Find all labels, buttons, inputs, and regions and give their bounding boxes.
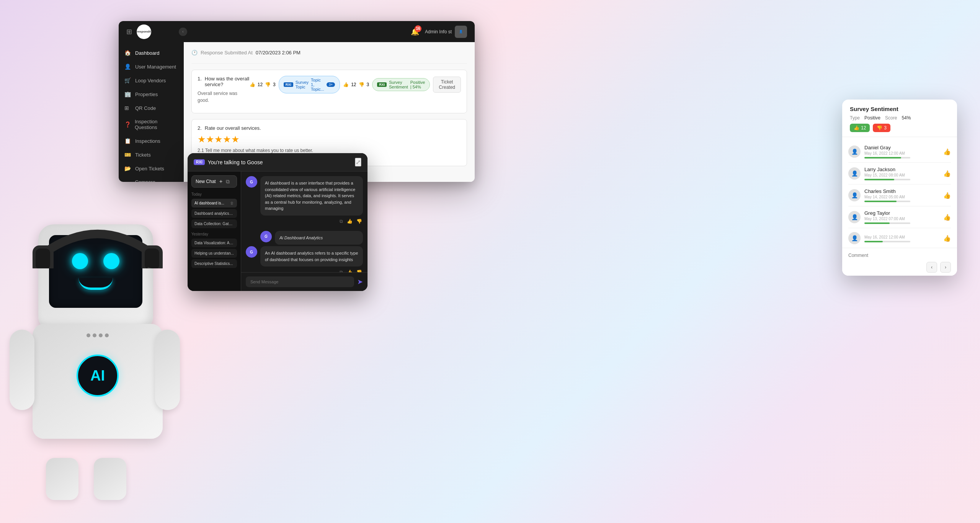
copy-button-1[interactable]: ⧉ [339,218,344,225]
header-actions: 🔔 16 Admin Info st 👤 [411,26,467,38]
question-2-number: 2. [198,125,202,131]
robot-dots [87,333,109,337]
header-bar: ⊞ respondX ‹ 🔔 16 Admin Info st 👤 [119,21,475,42]
message-1: G AI dashboard is a user interface that … [246,176,363,225]
chat-history-item-5[interactable]: Descriptive Statistics... [191,259,237,268]
star-rating: ★★★★★ [198,134,461,145]
message-3-actions: ⧉ 👍 👎 [260,269,363,272]
open-tickets-icon: 📂 [124,165,131,172]
question-1-header: 1. How was the overall service? Overall … [198,76,461,103]
new-chat-button[interactable]: New Chat ＋ ⧉ [191,175,237,188]
robot-arm-left [10,330,34,410]
sidebar-item-user-management[interactable]: 👤 User Management [119,60,184,74]
robot-character: AI [8,201,191,500]
person-bar-fill-2 [864,201,897,202]
collapse-sidebar-button[interactable]: ‹ [179,28,187,36]
robot-arm-right [155,330,180,410]
topic-count: 3+ [327,82,335,87]
sidebar-item-loop-vendors[interactable]: 🛒 Loop Vendors [119,74,184,87]
dashboard-icon: 🏠 [124,50,131,56]
copy-button-3[interactable]: ⧉ [339,269,344,272]
thumb-badge-down: 👎 3 [873,124,890,132]
person-bar-fill-0 [864,157,901,159]
score-label: Score [885,115,897,121]
sentiment-person-1: 👤 Larry Jackson May 15, 2022 08:00 AM 👍 [848,163,951,185]
thumbdown-button-1[interactable]: 👎 [356,218,363,225]
sidebar-item-qr-code[interactable]: ⊞ QR Code [119,101,184,115]
survey-topic-tag[interactable]: RXI Survey Topic Topic 1, Topic... 3+ [279,76,340,93]
chat-history-item-4[interactable]: Helping us understan... [191,249,237,258]
send-button[interactable]: ➤ [357,278,363,286]
sidebar-item-compare-templates[interactable]: 📄 Compare Templates [119,175,184,182]
thumbdown-button-3[interactable]: 👎 [356,269,363,272]
sidebar-item-dashboard[interactable]: 🏠 Dashboard [119,46,184,60]
person-thumb-1: 👍 [943,170,951,177]
sentiment-title: Survey Sentiment [850,106,949,112]
person-bar-4 [864,241,910,242]
person-avatar-4: 👤 [848,232,861,244]
inspections-icon: 📋 [124,138,131,144]
sidebar-item-properties[interactable]: 🏢 Properties [119,87,184,101]
sidebar-item-inspections[interactable]: 📋 Inspections [119,134,184,148]
robot-torso: AI [33,324,163,439]
nav-next-button[interactable]: › [940,262,951,273]
question-2-1: 2.1 Tell me more about what makes you to… [198,148,461,153]
person-avatar-2: 👤 [848,189,861,201]
person-bar-fill-3 [864,222,890,224]
chat-sidebar: New Chat ＋ ⧉ Today AI dashboard is... 🗑 … [188,172,241,291]
thumb-badges: 👍 12 👎 3 [850,124,949,132]
topic-label: Survey Topic [296,80,309,89]
person-thumb-3: 👍 [943,214,951,221]
survey-sentiment-tag[interactable]: RXI Survey Sentiment Positive | 54% [372,78,430,91]
person-info-3: Greg Taylor May 13, 2022 07:00 AM [864,210,939,224]
qr-code-icon: ⊞ [124,105,131,111]
thumb-badge-up: 👍 12 [850,124,870,132]
admin-info: Admin Info st 👤 [425,26,467,38]
thumbdown-icon: 👎 [877,125,882,131]
sentiment-person-3: 👤 Greg Taylor May 13, 2022 07:00 AM 👍 [848,206,951,228]
sidebar-item-inspection-questions[interactable]: ❓ Inspection Questions [119,115,184,134]
today-label: Today [191,192,237,196]
chat-message-input[interactable] [246,276,354,287]
nav-prev-button[interactable]: ‹ [926,262,937,273]
nav-arrows: ‹ › [848,262,951,273]
message-bubble-1: AI dashboard is a user interface that pr… [260,176,363,216]
type-label: Type [850,115,860,121]
tickets-icon: 🎫 [124,152,131,158]
sentiment-header: Survey Sentiment Type Positive Score 54%… [842,100,957,137]
sentiment-thumb-votes: 👍 12 👎 3 [343,82,369,87]
chat-expand-button[interactable]: ⤢ [355,158,361,167]
divider [191,63,467,64]
person-bar-fill-4 [864,241,883,242]
chat-history-item-0[interactable]: AI dashboard is... 🗑 [191,199,237,208]
message-group-3: G An AI dashboard analytics refers to a … [246,246,363,272]
sentiment-person-2: 👤 Charles Smith May 14, 2022 05:00 AM 👍 [848,185,951,206]
chat-history-item-1[interactable]: Dashboard analytics i... [191,209,237,218]
person-thumb-0: 👍 [943,148,951,155]
sidebar-item-tickets[interactable]: 🎫 Tickets [119,148,184,162]
message-1-actions: ⧉ 👍 👎 [260,218,363,225]
person-avatar-1: 👤 [848,167,861,180]
person-bar-1 [864,179,910,180]
person-bar-fill-1 [864,179,894,180]
person-thumb-2: 👍 [943,192,951,199]
chat-main: G AI dashboard is a user interface that … [241,172,368,291]
sentiment-person-4: 👤 May 16, 2022 12:00 AM 👍 [848,228,951,248]
loop-vendors-icon: 🛒 [124,77,131,83]
chat-header: RXI You're talking to Goose ⤢ [188,153,368,172]
ticket-created-button[interactable]: Ticket Created [433,77,461,93]
chat-history-item-3[interactable]: Data Visualization: Aft... [191,239,237,247]
chat-body: New Chat ＋ ⧉ Today AI dashboard is... 🗑 … [188,172,368,291]
robot-smile [78,278,113,290]
sidebar-item-open-tickets[interactable]: 📂 Open Tickets [119,162,184,175]
comment-input[interactable] [848,251,951,260]
chat-history-item-2[interactable]: Data Collection: Gath... [191,219,237,228]
message-bubble-2: Ai Dashboard Analytics [275,231,363,245]
notification-count: 16 [415,25,421,32]
person-bar-3 [864,222,910,224]
notification-bell[interactable]: 🔔 16 [411,28,419,36]
grid-menu-icon[interactable]: ⊞ [126,28,132,36]
thumbup-button-1[interactable]: 👍 [346,218,353,225]
sentiment-meta: Type Positive Score 54% [850,115,949,121]
thumbup-button-3[interactable]: 👍 [346,269,353,272]
